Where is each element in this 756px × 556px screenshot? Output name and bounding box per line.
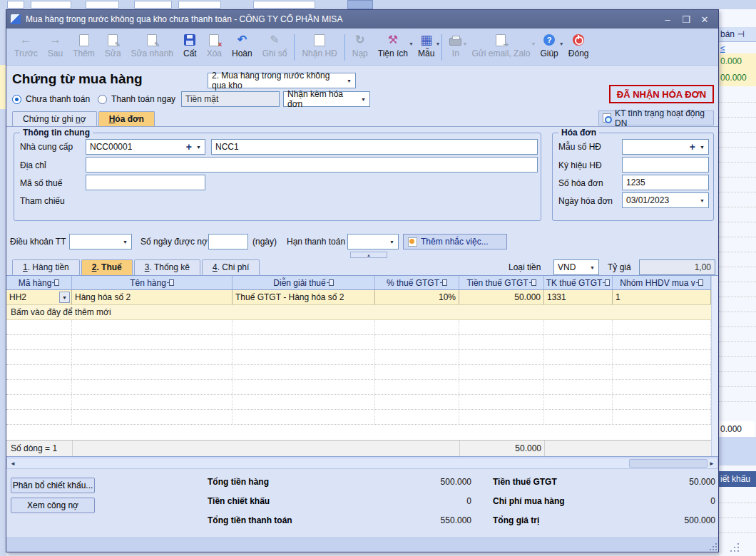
edit-button[interactable]: ✎Sửa (100, 30, 126, 65)
address-field[interactable] (86, 157, 538, 173)
pin-icon[interactable] (531, 279, 536, 286)
empty-grid-row[interactable] (6, 320, 718, 335)
close-button[interactable]: ✕ (695, 14, 714, 25)
pin-icon[interactable] (605, 279, 610, 286)
cash-method-field[interactable]: Tiền mặt (181, 91, 280, 107)
cell-item-name[interactable]: Hàng hóa số 2 (72, 290, 233, 304)
pin-icon[interactable] (169, 279, 174, 286)
pin-icon[interactable] (698, 279, 703, 286)
add-new-icon[interactable]: + (186, 141, 192, 153)
invoice-serial-field[interactable] (622, 157, 709, 173)
add-new-icon[interactable]: + (690, 141, 695, 153)
chevron-down-icon[interactable]: ▼ (59, 292, 70, 303)
empty-grid-row[interactable] (6, 395, 718, 410)
empty-grid-row[interactable] (6, 350, 718, 365)
empty-grid-row[interactable] (6, 410, 718, 425)
document-new-icon (79, 33, 89, 47)
quick-edit-button[interactable]: ✎Sửa nhanh (126, 30, 178, 65)
kt-status-button[interactable]: KT tình trạng hoạt động DN (598, 110, 714, 125)
scrollbar-thumb[interactable] (629, 459, 708, 468)
pin-icon[interactable] (54, 279, 59, 286)
tab-statistics[interactable]: 3. Thống kê (134, 259, 200, 275)
toolbar-separator (344, 34, 345, 61)
tab-invoice[interactable]: Hóa đơn (98, 111, 155, 127)
tab-debit-voucher[interactable]: Chứng từ ghi nợ (12, 111, 97, 127)
scroll-left-icon[interactable]: ◄ (7, 458, 19, 468)
empty-grid-row[interactable] (6, 380, 718, 395)
cell-tax-rate[interactable]: 10% (375, 290, 459, 304)
supplier-name-field[interactable]: NCC1 (211, 139, 538, 155)
column-header-tax-desc[interactable]: Diễn giải thuế (233, 276, 375, 289)
background-window-right: bán ⊣ ≤ 0.000 00.000 0.000 iết khấu (719, 9, 756, 556)
background-button (347, 0, 373, 9)
title-bar[interactable]: Mua hàng trong nước không qua kho chưa t… (6, 10, 718, 29)
vertical-scrollbar[interactable] (711, 276, 718, 456)
tab-goods-money[interactable]: 1. Hàng tiền (12, 259, 80, 275)
column-header-tax-rate[interactable]: % thuế GTGT (375, 276, 459, 289)
view-debt-button[interactable]: Xem công nợ (11, 498, 95, 513)
cell-tax-account[interactable]: 1331 (544, 290, 613, 304)
column-header-item-code[interactable]: Mã hàng (6, 276, 72, 289)
payment-radio-unpaid[interactable]: Chưa thanh toán (12, 94, 90, 104)
document-edit-fast-icon: ✎ (147, 33, 157, 47)
previous-button[interactable]: ←Trước (9, 30, 43, 65)
resize-grip-icon[interactable] (708, 542, 717, 550)
currency-combo[interactable]: VND ▼ (553, 259, 599, 275)
cell-tax-amount[interactable]: 50.000 (459, 290, 544, 304)
minimize-button[interactable]: – (658, 14, 677, 25)
send-email-button[interactable]: ➜Gửi email, Zalo▼ (466, 30, 535, 65)
cell-goods-group[interactable]: 1 (613, 290, 711, 304)
help-button[interactable]: ?Giúp▼ (535, 30, 563, 65)
invoice-attach-combo[interactable]: Nhận kèm hóa đơn ▼ (283, 91, 370, 107)
radio-label: Thanh toán ngay (111, 94, 175, 104)
add-button[interactable]: Thêm (68, 30, 100, 65)
horizontal-scrollbar[interactable]: ◄ ► (6, 458, 718, 469)
add-reminder-button[interactable]: Thêm nhắc việc... (403, 234, 507, 249)
payment-radio-paynow[interactable]: Thanh toán ngay (98, 94, 175, 104)
delete-button[interactable]: ×Xóa (202, 30, 227, 65)
tab-expenses[interactable]: 4. Chi phí (202, 259, 260, 275)
invoice-date-picker[interactable]: 03/01/2023 ▼ (622, 192, 709, 208)
allocate-discount-button[interactable]: Phân bổ chiết khấu... (11, 478, 95, 493)
tax-code-field[interactable] (86, 175, 205, 190)
tax-code-label: Mã số thuế (20, 178, 62, 188)
empty-grid-row[interactable] (6, 365, 718, 380)
reminder-calendar-icon (408, 237, 417, 247)
column-header-tax-amount[interactable]: Tiền thuế GTGT (459, 276, 544, 289)
cell-item-code[interactable]: HH2▼ (6, 290, 72, 304)
purchase-cost-value: 0 (635, 496, 715, 506)
collapse-panel-button[interactable]: ▲ (350, 252, 387, 258)
tab-tax[interactable]: 2. Thuế (81, 259, 133, 275)
empty-grid-row[interactable] (6, 335, 718, 350)
column-header-item-name[interactable]: Tên hàng (72, 276, 233, 289)
column-header-goods-group[interactable]: Nhóm HHDV mua v (613, 276, 711, 289)
cell-tax-desc[interactable]: Thuế GTGT - Hàng hóa số 2 (233, 290, 375, 304)
invoice-number-field[interactable]: 1235 (622, 175, 709, 190)
due-date-combo[interactable]: ▼ (347, 234, 399, 249)
undo-button[interactable]: ↶Hoàn (227, 30, 257, 65)
invoice-template-combo[interactable]: + ▼ (622, 139, 709, 155)
print-button[interactable]: In▼ (444, 30, 466, 65)
total-value-value: 500.000 (635, 515, 715, 525)
receive-invoice-button[interactable]: Nhận HĐ (297, 30, 342, 65)
save-button[interactable]: Cất (178, 30, 202, 65)
supplier-code-combo[interactable]: NCC00001 + ▼ (86, 139, 205, 155)
utilities-button[interactable]: ⚒Tiện ích▼ (373, 30, 413, 65)
maximize-button[interactable]: ❒ (677, 14, 695, 25)
form-content: Chứng từ mua hàng 2. Mua hàng trong nước… (6, 66, 718, 537)
next-button[interactable]: →Sau (43, 30, 68, 65)
credit-days-field[interactable] (208, 234, 248, 249)
table-row[interactable]: HH2▼ Hàng hóa số 2 Thuế GTGT - Hàng hóa … (6, 290, 711, 305)
voucher-type-combo[interactable]: 2. Mua hàng trong nước không qua kho ▼ (208, 73, 356, 88)
terms-combo[interactable]: ▼ (69, 234, 132, 249)
scroll-right-icon[interactable]: ► (706, 458, 717, 468)
pin-icon[interactable] (442, 279, 447, 286)
exchange-rate-field[interactable]: 1,00 (639, 259, 715, 275)
post-ledger-button[interactable]: ✎Ghi sổ (257, 30, 292, 65)
column-header-tax-account[interactable]: TK thuế GTGT (544, 276, 613, 289)
close-window-button[interactable]: Đóng (563, 30, 594, 65)
reload-button[interactable]: ↻Nạp (347, 30, 373, 65)
template-button[interactable]: ▦Mẫu▼ (413, 30, 439, 65)
pin-icon[interactable] (329, 279, 334, 286)
add-new-row[interactable]: Bấm vào đây để thêm mới (6, 305, 711, 320)
